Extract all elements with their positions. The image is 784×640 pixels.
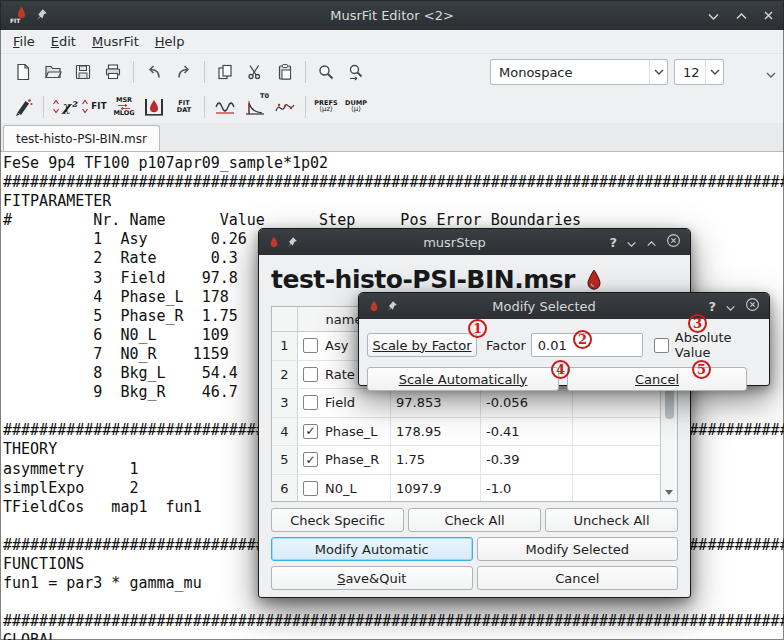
musrprefs-button[interactable]: PREFS ⟨µz⟩ <box>311 92 341 122</box>
modify-selected-button[interactable]: Modify Selected <box>477 537 679 561</box>
table-row[interactable]: 3 Field 97.853 -0.056 <box>272 389 660 418</box>
calc-chisq-button[interactable]: χ² <box>49 92 79 122</box>
param-name: Phase_L <box>325 424 378 439</box>
musrdump-button[interactable]: DUMP ⟨µ⟩ <box>341 92 371 122</box>
musrview-button[interactable] <box>139 92 169 122</box>
swap-msr-mlog-button[interactable]: MSR MLOG <box>109 92 139 122</box>
musrfit-drop-icon <box>584 269 604 291</box>
close-button[interactable] <box>666 233 681 252</box>
find-button[interactable] <box>311 57 341 87</box>
help-button[interactable]: ? <box>609 235 617 250</box>
font-size-select[interactable]: 12 <box>674 59 724 85</box>
check-all-button[interactable]: Check All <box>408 508 541 532</box>
cancel-button[interactable]: Cancel <box>477 566 679 590</box>
help-button[interactable]: ? <box>708 299 716 314</box>
fit-dat-button[interactable]: FIT DAT <box>169 92 199 122</box>
app-icon-label: FIT <box>10 17 20 24</box>
musr-wiz-button[interactable] <box>8 92 38 122</box>
musrfit-drop-icon <box>368 300 380 312</box>
raw-data-plot-button[interactable] <box>270 92 300 122</box>
header-nr <box>272 307 298 331</box>
minimize-button[interactable] <box>725 297 736 316</box>
close-button[interactable] <box>745 297 760 316</box>
row-number: 1 <box>272 332 298 360</box>
toolbar-overflow-icon[interactable] <box>766 63 776 82</box>
minimize-button[interactable] <box>626 233 637 252</box>
check-specific-button[interactable]: Check Specific <box>271 508 404 532</box>
cancel-button[interactable]: Cancel <box>567 367 747 391</box>
row-number: 2 <box>272 361 298 389</box>
modify-automatic-button[interactable]: Modify Automatic <box>271 537 473 561</box>
musrft-button[interactable] <box>210 92 240 122</box>
chisq-label: χ² <box>62 99 76 114</box>
cut-button[interactable] <box>240 57 270 87</box>
dialog-titlebar[interactable]: Modify Selected ? <box>359 293 769 319</box>
dialog-titlebar[interactable]: musrStep ? <box>259 229 690 255</box>
redo-button[interactable] <box>169 57 199 87</box>
table-row[interactable]: 4 ✓Phase_L 178.95 -0.41 <box>272 418 660 447</box>
print-button[interactable] <box>98 57 128 87</box>
table-row[interactable]: 6 N0_L 1097.9 -1.0 <box>272 475 660 503</box>
scroll-down-icon[interactable] <box>665 490 673 495</box>
param-value: 1.75 <box>391 446 481 474</box>
prefs-sub-label: ⟨µz⟩ <box>319 106 333 113</box>
copy-button[interactable] <box>210 57 240 87</box>
absolute-value-checkbox[interactable] <box>654 338 669 353</box>
redo-icon <box>175 63 193 81</box>
editor-line: ########################################… <box>3 612 784 631</box>
find-next-button[interactable] <box>341 57 371 87</box>
maximize-button[interactable] <box>735 6 748 25</box>
uncheck-all-button[interactable]: Uncheck All <box>545 508 678 532</box>
save-file-button[interactable] <box>68 57 98 87</box>
absolute-value-label[interactable]: Absolute Value <box>675 330 761 360</box>
tab-label: test-histo-PSI-BIN.msr <box>16 132 147 146</box>
minimize-button[interactable] <box>707 6 720 25</box>
row-checkbox[interactable]: ✓ <box>303 452 318 467</box>
row-checkbox[interactable] <box>303 481 318 496</box>
menu-help[interactable]: Help <box>147 32 193 51</box>
annotation-2: 2 <box>573 330 592 349</box>
menu-file[interactable]: File <box>5 32 43 51</box>
param-name: Asy <box>325 338 348 353</box>
chevron-down-icon[interactable] <box>649 60 667 84</box>
t0-label: T0 <box>260 93 269 100</box>
undo-button[interactable] <box>139 57 169 87</box>
open-file-button[interactable] <box>38 57 68 87</box>
pin-icon[interactable] <box>286 233 298 252</box>
menu-edit[interactable]: Edit <box>43 32 84 51</box>
param-step: -0.056 <box>481 389 573 417</box>
run-fit-button[interactable]: FIT <box>79 92 109 122</box>
save-quit-button[interactable]: Save&Quit <box>271 566 473 590</box>
musrt0-button[interactable]: T0 <box>240 92 270 122</box>
close-button[interactable] <box>763 6 774 25</box>
row-checkbox[interactable] <box>303 367 318 382</box>
menu-musrfit[interactable]: MusrFit <box>84 32 147 51</box>
pin-icon[interactable] <box>386 297 398 316</box>
t0-plot-icon <box>244 97 266 117</box>
row-checkbox[interactable]: ✓ <box>303 424 318 439</box>
paste-button[interactable] <box>270 57 300 87</box>
cut-scissors-icon <box>246 63 264 81</box>
paste-icon <box>276 63 294 81</box>
scale-by-factor-button[interactable]: Scale by Factor <box>367 333 477 357</box>
chevron-down-icon[interactable] <box>705 60 723 84</box>
maximize-button[interactable] <box>646 233 657 252</box>
font-family-select[interactable]: Monospace <box>490 59 668 85</box>
factor-label: Factor <box>486 338 526 353</box>
pin-icon[interactable] <box>35 6 48 25</box>
checkmark: ✓ <box>305 425 315 437</box>
musr-wiz-icon <box>13 97 33 117</box>
toolbar-separator <box>43 96 44 118</box>
copy-icon <box>216 63 234 81</box>
param-name: N0_L <box>325 481 357 496</box>
open-folder-icon <box>44 63 62 81</box>
window-titlebar[interactable]: FIT MusrFit Editor <2> <box>0 0 784 30</box>
row-checkbox[interactable] <box>303 395 318 410</box>
param-step: -1.0 <box>481 475 573 503</box>
new-file-button[interactable] <box>8 57 38 87</box>
scale-automatically-button[interactable]: Scale Automatically <box>367 367 559 391</box>
tab-test-histo-psi-bin[interactable]: test-histo-PSI-BIN.msr <box>3 125 160 151</box>
row-checkbox[interactable] <box>303 338 318 353</box>
annotation-3: 3 <box>688 314 707 333</box>
table-row[interactable]: 5 ✓Phase_R 1.75 -0.39 <box>272 446 660 475</box>
